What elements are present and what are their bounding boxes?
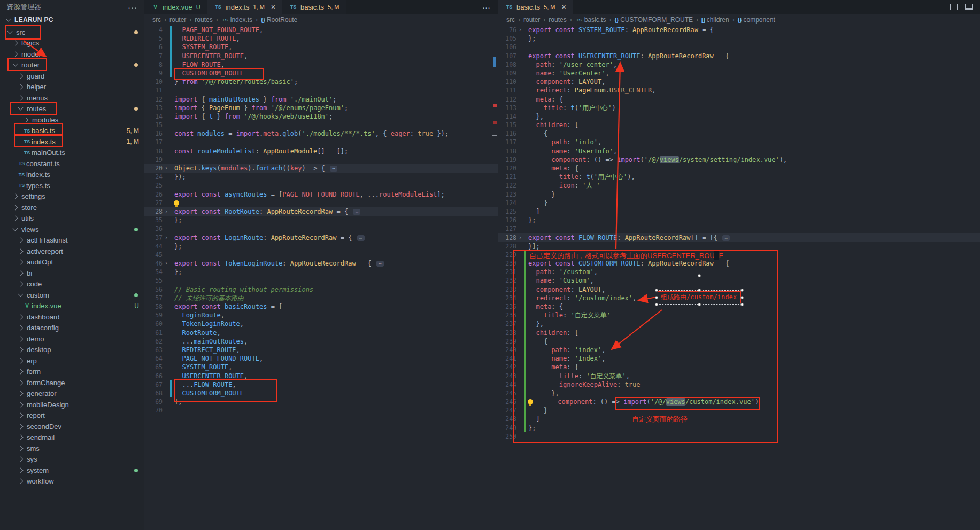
tree-item-basic.ts[interactable]: TSbasic.ts5, M	[0, 126, 144, 137]
code-line[interactable]: 25	[144, 181, 498, 190]
lightbulb-icon[interactable]	[174, 200, 179, 206]
tree-item-menus[interactable]: menus	[0, 92, 144, 104]
chevron-collapsed-icon[interactable]	[18, 84, 24, 90]
code-line[interactable]: 18const routeModuleList: AppRouteModule[…	[144, 147, 498, 155]
tree-item-routes[interactable]: routes	[0, 104, 144, 115]
code-line[interactable]: 4 PAGE_NOT_FOUND_ROUTE,	[144, 26, 498, 34]
tree-item-system[interactable]: system	[0, 465, 144, 476]
tree-item-dashboard[interactable]: dashboard	[0, 311, 144, 323]
tree-item-views[interactable]: views	[0, 224, 144, 235]
code-line[interactable]: 110 component: LAYOUT,	[498, 77, 980, 86]
split-editor-icon[interactable]	[950, 4, 958, 10]
code-editor-index-ts[interactable]: 4 PAGE_NOT_FOUND_ROUTE,5 REDIRECT_ROUTE,…	[144, 26, 498, 530]
code-line[interactable]: 128›export const FLOW_ROUTE: AppRouteRec…	[498, 233, 980, 242]
code-line[interactable]: 55	[144, 276, 498, 285]
code-line[interactable]: 54};	[144, 268, 498, 276]
chevron-collapsed-icon[interactable]	[18, 467, 24, 473]
code-line[interactable]: 234 redirect: '/custom/index',	[498, 294, 980, 302]
code-line[interactable]: 120 meta: {	[498, 164, 980, 173]
chevron-collapsed-icon[interactable]	[18, 402, 24, 407]
code-line[interactable]: 19	[144, 155, 498, 164]
code-line[interactable]: 233 component: LAYOUT,	[498, 285, 980, 294]
chevron-collapsed-icon[interactable]	[13, 194, 18, 199]
tree-item-form[interactable]: form	[0, 367, 144, 378]
fold-collapsed-icon[interactable]: ›	[516, 26, 524, 34]
chevron-collapsed-icon[interactable]	[18, 260, 24, 265]
tree-item-src[interactable]: src	[0, 27, 144, 38]
code-line[interactable]: 108 path: '/user-center',	[498, 60, 980, 69]
tree-item-sendmail[interactable]: sendmail	[0, 432, 144, 443]
code-line[interactable]: 115 children: [	[498, 121, 980, 129]
code-line[interactable]: 63 REDIRECT_ROUTE,	[144, 346, 498, 354]
tree-item-secondDev[interactable]: secondDev	[0, 421, 144, 432]
tree-item-actHiTaskinst[interactable]: actHiTaskinst	[0, 235, 144, 246]
code-line[interactable]: 57// 未经许可的基本路由	[144, 294, 498, 302]
chevron-collapsed-icon[interactable]	[24, 117, 29, 122]
breadcrumb-item-RootRoute[interactable]: {}RootRoute	[261, 16, 297, 24]
code-line[interactable]: 20›Object.keys(modules).forEach((key) =>…	[144, 164, 498, 173]
tree-item-code[interactable]: code	[0, 279, 144, 290]
chevron-expanded-icon[interactable]	[18, 291, 24, 297]
code-line[interactable]: 24});	[144, 173, 498, 181]
tree-item-demo[interactable]: demo	[0, 333, 144, 345]
chevron-collapsed-icon[interactable]	[18, 424, 24, 429]
breadcrumb-item-index.ts[interactable]: TSindex.ts	[221, 16, 252, 24]
code-line[interactable]: 124 }	[498, 199, 980, 207]
chevron-collapsed-icon[interactable]	[13, 51, 18, 57]
tree-item-custom[interactable]: custom	[0, 290, 144, 301]
code-line[interactable]: 126};	[498, 216, 980, 224]
code-line[interactable]: 6 SYSTEM_ROUTE,	[144, 43, 498, 51]
more-actions-icon[interactable]: ···	[482, 3, 490, 12]
tree-item-guard[interactable]: guard	[0, 71, 144, 82]
tree-item-modules[interactable]: modules	[0, 114, 144, 126]
breadcrumb-item-routes[interactable]: routes	[195, 16, 212, 24]
chevron-collapsed-icon[interactable]	[18, 369, 24, 375]
code-line[interactable]: 37›export const LoginRoute: AppRouteReco…	[144, 233, 498, 242]
code-line[interactable]: 239 {	[498, 337, 980, 346]
code-line[interactable]: 107export const USERCENTER_ROUTE: AppRou…	[498, 52, 980, 60]
workspace-root-header[interactable]: LEARUN PC	[0, 14, 144, 26]
chevron-collapsed-icon[interactable]	[18, 248, 24, 254]
breadcrumb-item-src[interactable]: src	[506, 16, 515, 24]
tree-item-index.ts[interactable]: TSindex.ts	[0, 169, 144, 181]
breadcrumb-item-basic.ts[interactable]: TSbasic.ts	[575, 16, 606, 24]
code-line[interactable]: 13import { PageEnum } from '/@/enums/pag…	[144, 104, 498, 112]
breadcrumb-item-children[interactable]: []children	[701, 16, 729, 24]
code-line[interactable]: 66 USERCENTER_ROUTE,	[144, 372, 498, 380]
code-line[interactable]: 244 ignoreKeepAlive: true	[498, 380, 980, 389]
tree-item-index.ts[interactable]: TSindex.ts1, M	[0, 136, 144, 147]
chevron-collapsed-icon[interactable]	[18, 282, 24, 287]
tab-basic.ts[interactable]: TSbasic.ts5, M×	[498, 0, 573, 14]
code-line[interactable]: 59 LoginRoute,	[144, 311, 498, 319]
code-line[interactable]: 231 path: '/custom',	[498, 268, 980, 276]
chevron-collapsed-icon[interactable]	[18, 325, 24, 331]
code-line[interactable]: 236 title: '自定义菜单'	[498, 311, 980, 319]
code-line[interactable]: 238 children: [	[498, 329, 980, 337]
chevron-collapsed-icon[interactable]	[13, 205, 18, 210]
code-line[interactable]: 127	[498, 224, 980, 233]
tab-index.vue[interactable]: Vindex.vueU	[144, 0, 207, 14]
tree-item-sys[interactable]: sys	[0, 454, 144, 465]
breadcrumb-item-CUSTOMFORM_ROUTE[interactable]: {}CUSTOMFORM_ROUTE	[614, 16, 693, 24]
tree-item-utils[interactable]: utils	[0, 213, 144, 224]
code-line[interactable]: 123 }	[498, 190, 980, 199]
tree-item-router[interactable]: router	[0, 60, 144, 71]
explorer-more-actions-icon[interactable]: ···	[128, 3, 137, 12]
code-line[interactable]: 60 TokenLoginRoute,	[144, 319, 498, 328]
code-line[interactable]: 76›export const SYSTEM_ROUTE: AppRouteRe…	[498, 26, 980, 34]
breadcrumb-item-router[interactable]: router	[523, 16, 540, 24]
code-line[interactable]: 240 path: 'index',	[498, 346, 980, 354]
code-line[interactable]: 10} from '/@/router/routes/basic';	[144, 77, 498, 86]
code-line[interactable]: 69];	[144, 398, 498, 406]
chevron-expanded-icon[interactable]	[7, 28, 13, 34]
tree-item-report[interactable]: report	[0, 410, 144, 422]
code-line[interactable]: 67 ...FLOW_ROUTE,	[144, 380, 498, 389]
code-line[interactable]: 237 },	[498, 319, 980, 328]
code-line[interactable]: 56// Basic routing without permissions	[144, 285, 498, 294]
code-line[interactable]: 109 name: 'UserCenter',	[498, 69, 980, 77]
code-line[interactable]: 35};	[144, 216, 498, 224]
code-line[interactable]: 12import { mainOutRoutes } from './mainO…	[144, 95, 498, 104]
code-line[interactable]: 61 RootRoute,	[144, 329, 498, 337]
breadcrumb-item-src[interactable]: src	[152, 16, 161, 24]
chevron-collapsed-icon[interactable]	[18, 73, 24, 79]
